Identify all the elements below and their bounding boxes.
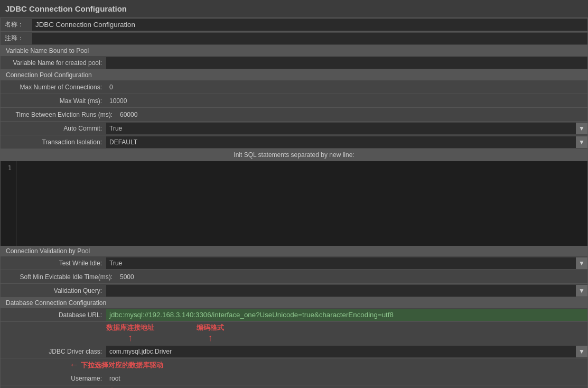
annotation-db-url-arrow: ↑ xyxy=(128,332,133,344)
annotation-db-url-group: 数据库连接地址 ↑ xyxy=(106,323,154,344)
auto-commit-select[interactable]: True ▼ xyxy=(106,123,587,134)
transaction-isolation-select[interactable]: DEFAULT ▼ xyxy=(106,136,587,148)
jdbc-driver-arrow[interactable]: ▼ xyxy=(576,346,587,357)
eviction-runs-label: Time Between Eviction Runs (ms): xyxy=(1,109,117,121)
annotation-db-url-text: 数据库连接地址 xyxy=(106,323,154,332)
connection-pool-section-header: Connection Pool Configuration xyxy=(1,70,587,80)
annotation-driver-arrow: ← xyxy=(69,359,79,371)
jdbc-driver-annotation-row: ← 下拉选择对应的数据库驱动 xyxy=(1,358,587,372)
validation-query-arrow[interactable]: ▼ xyxy=(576,285,587,297)
line-number-1: 1 xyxy=(8,164,12,172)
auto-commit-label: Auto Commit: xyxy=(1,123,106,134)
test-while-idle-select[interactable]: True ▼ xyxy=(106,257,587,269)
page-container: JDBC Connection Configuration 名称： 注释： Va… xyxy=(0,0,588,388)
name-row: 名称： xyxy=(1,18,587,32)
db-connection-section-header: Database Connection Configuration xyxy=(1,298,587,308)
sql-editor-container: 1 xyxy=(1,161,587,246)
eviction-runs-row: Time Between Eviction Runs (ms): 60000 xyxy=(1,108,587,122)
page-title: JDBC Connection Configuration xyxy=(0,0,588,17)
username-row: Username: root xyxy=(1,372,587,385)
annotation-driver-text: 下拉选择对应的数据库驱动 xyxy=(81,361,163,370)
auto-commit-row: Auto Commit: True ▼ xyxy=(1,122,587,135)
comment-input[interactable] xyxy=(32,33,587,44)
test-while-idle-label: Test While Idle: xyxy=(1,257,106,269)
test-while-idle-arrow[interactable]: ▼ xyxy=(576,257,587,269)
variable-name-row: Variable Name for created pool: xyxy=(1,56,587,70)
name-label: 名称： xyxy=(1,18,32,31)
validation-query-select[interactable]: ▼ xyxy=(106,285,587,297)
max-wait-value: 10000 xyxy=(106,95,587,107)
annotation-username-arrow: ← xyxy=(69,386,79,388)
sql-line-numbers: 1 xyxy=(1,161,16,246)
variable-name-label: Variable Name for created pool: xyxy=(1,57,106,69)
name-input[interactable] xyxy=(32,19,587,31)
max-wait-label: Max Wait (ms): xyxy=(1,95,106,107)
db-url-annotation-row: 数据库连接地址 ↑ 编码格式 ↑ xyxy=(1,322,587,345)
db-url-row: Database URL: xyxy=(1,308,587,322)
form-outer: 名称： 注释： Variable Name Bound to Pool Vari… xyxy=(0,17,588,388)
variable-name-input[interactable] xyxy=(106,57,587,69)
max-connections-label: Max Number of Connections: xyxy=(1,81,106,93)
sql-editor-textarea[interactable] xyxy=(16,161,587,246)
username-annotation-row: ← 数据库用户名 xyxy=(1,385,587,388)
test-while-idle-value: True xyxy=(106,258,576,268)
auto-commit-arrow[interactable]: ▼ xyxy=(576,123,587,134)
transaction-isolation-label: Transaction Isolation: xyxy=(1,136,106,148)
soft-min-evictable-label: Soft Min Evictable Idle Time(ms): xyxy=(1,271,117,283)
transaction-isolation-arrow[interactable]: ▼ xyxy=(576,136,587,148)
max-wait-row: Max Wait (ms): 10000 xyxy=(1,94,587,108)
connection-validation-section-header: Connection Validation by Pool xyxy=(1,246,587,256)
annotation-encoding-group: 编码格式 ↑ xyxy=(197,323,224,344)
soft-min-evictable-row: Soft Min Evictable Idle Time(ms): 5000 xyxy=(1,270,587,284)
soft-min-evictable-value: 5000 xyxy=(117,271,587,283)
validation-query-row: Validation Query: ▼ xyxy=(1,284,587,298)
annotation-encoding-arrow: ↑ xyxy=(208,332,213,344)
annotation-encoding-text: 编码格式 xyxy=(197,323,224,332)
validation-query-label: Validation Query: xyxy=(1,285,106,297)
eviction-runs-value: 60000 xyxy=(117,109,587,121)
variable-name-section-header: Variable Name Bound to Pool xyxy=(1,45,587,56)
max-connections-value: 0 xyxy=(106,81,587,93)
username-wrapper: Username: root ← 数据库用户名 xyxy=(1,372,587,388)
comment-row: 注释： xyxy=(1,32,587,45)
db-url-wrapper: Database URL: 数据库连接地址 ↑ 编码格式 ↑ xyxy=(1,308,587,345)
transaction-isolation-value: DEFAULT xyxy=(106,137,576,147)
comment-label: 注释： xyxy=(1,32,32,45)
jdbc-driver-select[interactable]: com.mysql.jdbc.Driver ▼ xyxy=(106,346,587,357)
transaction-isolation-row: Transaction Isolation: DEFAULT ▼ xyxy=(1,135,587,149)
validation-query-value xyxy=(106,290,576,292)
jdbc-driver-wrapper: JDBC Driver class: com.mysql.jdbc.Driver… xyxy=(1,345,587,372)
jdbc-driver-label: JDBC Driver class: xyxy=(1,346,106,357)
db-url-input[interactable] xyxy=(106,309,587,321)
jdbc-driver-value: com.mysql.jdbc.Driver xyxy=(106,347,576,356)
init-sql-label: Init SQL statements separated by new lin… xyxy=(1,149,587,161)
jdbc-driver-row: JDBC Driver class: com.mysql.jdbc.Driver… xyxy=(1,345,587,358)
test-while-idle-row: Test While Idle: True ▼ xyxy=(1,256,587,270)
username-value: root xyxy=(106,373,587,384)
db-url-label: Database URL: xyxy=(1,309,106,321)
auto-commit-value: True xyxy=(106,124,576,133)
max-connections-row: Max Number of Connections: 0 xyxy=(1,80,587,94)
username-label: Username: xyxy=(1,373,106,384)
